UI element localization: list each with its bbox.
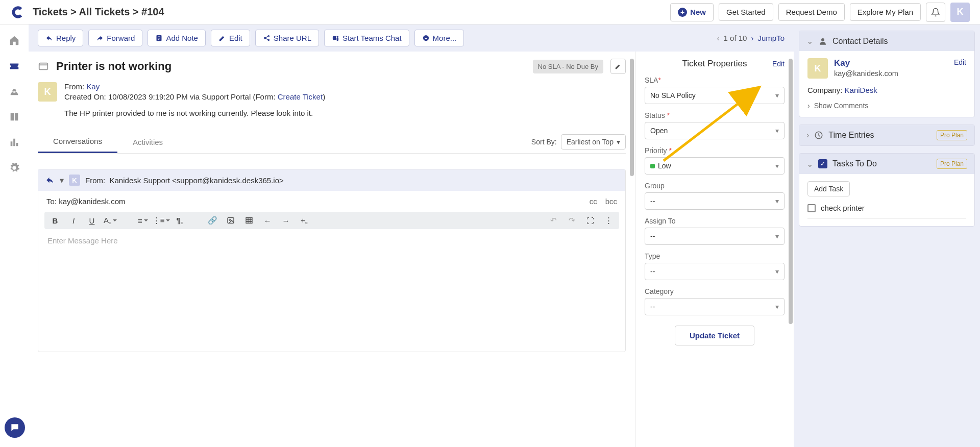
sla-select[interactable]: No SLA Policy▾ (645, 87, 785, 104)
reports-icon[interactable] (9, 137, 20, 148)
chat-widget-button[interactable] (5, 417, 25, 438)
caret-down-icon: ▾ (775, 303, 779, 311)
settings-icon[interactable] (9, 162, 20, 173)
status-select[interactable]: Open▾ (645, 122, 785, 139)
svg-rect-4 (333, 36, 336, 40)
svg-point-5 (336, 36, 338, 38)
paragraph-button[interactable]: ¶꜀ (174, 215, 185, 226)
teams-icon (332, 34, 339, 42)
more-button[interactable]: More... (414, 30, 464, 46)
caret-down-icon: ▾ (775, 127, 779, 135)
sort-select[interactable]: Earliest on Top ▾ (561, 134, 626, 150)
company-link[interactable]: KaniDesk (845, 86, 877, 94)
explore-plan-button[interactable]: Explore My Plan (850, 3, 921, 21)
undo-button[interactable]: ↶ (548, 215, 559, 226)
pro-plan-badge: Pro Plan (937, 159, 967, 169)
bold-button[interactable]: B (50, 215, 61, 226)
share-url-button[interactable]: Share URL (255, 30, 319, 46)
type-select[interactable]: --▾ (645, 263, 785, 280)
from-line: From: Kay (64, 82, 325, 91)
contact-avatar: K (807, 58, 828, 79)
home-icon[interactable] (9, 35, 20, 46)
chat-icon (10, 423, 20, 433)
edit-button[interactable]: Edit (211, 30, 250, 46)
message-editor[interactable]: Enter Message Here (38, 229, 625, 352)
requester-link[interactable]: Kay (86, 82, 100, 91)
unordered-list-button[interactable]: ⋮≡ (156, 215, 167, 226)
requester-avatar: K (38, 82, 57, 102)
bcc-link[interactable]: bcc (605, 197, 617, 206)
expand-icon[interactable]: › (806, 131, 809, 140)
start-teams-button[interactable]: Start Teams Chat (324, 30, 409, 46)
priority-dot-icon (650, 164, 655, 168)
underline-button[interactable]: U (86, 215, 97, 226)
reply-button[interactable]: Reply (38, 30, 83, 46)
pro-plan-badge: Pro Plan (937, 130, 967, 140)
contact-name[interactable]: Kay (834, 58, 898, 68)
caret-down-icon: ▾ (617, 138, 620, 146)
request-demo-button[interactable]: Request Demo (778, 3, 845, 21)
add-note-button[interactable]: Add Note (148, 30, 206, 46)
update-ticket-button[interactable]: Update Ticket (675, 326, 754, 345)
properties-scrollbar[interactable] (789, 59, 793, 380)
get-started-button[interactable]: Get Started (719, 3, 773, 21)
editor-more-button[interactable]: ⋮ (603, 215, 614, 226)
collapse-icon[interactable]: ⌄ (806, 36, 813, 46)
properties-heading: Ticket Properties (682, 59, 747, 69)
properties-edit-link[interactable]: Edit (772, 60, 785, 68)
image-button[interactable] (225, 215, 236, 226)
italic-button[interactable]: I (68, 215, 79, 226)
plus-icon: + (678, 8, 687, 17)
reply-arrow-icon[interactable] (45, 176, 55, 185)
assign-to-select[interactable]: --▾ (645, 228, 785, 245)
collapse-icon[interactable]: ⌄ (806, 159, 813, 169)
add-task-button[interactable]: Add Task (807, 181, 850, 196)
tab-activities[interactable]: Activities (117, 132, 178, 153)
topbar-actions: + New Get Started Request Demo Explore M… (670, 3, 970, 22)
app-logo (10, 5, 26, 20)
checkbox-icon: ✓ (818, 159, 827, 168)
indent-button[interactable]: → (280, 215, 291, 226)
contact-edit-link[interactable]: Edit (954, 58, 966, 79)
fullscreen-button[interactable]: ⛶ (584, 215, 596, 226)
action-bar: Reply Forward Add Note Edit Share URL St… (29, 24, 794, 52)
ordered-list-button[interactable]: ≡ (137, 215, 149, 226)
pager: ‹ 1 of 10 › JumpTo (717, 34, 785, 42)
insert-button[interactable]: +꜀ (299, 215, 310, 226)
font-style-button[interactable]: A꜀ (105, 215, 116, 226)
table-button[interactable] (243, 215, 255, 226)
show-comments-link[interactable]: › Show Comments (807, 102, 966, 110)
time-entries-card: › Time Entries Pro Plan (799, 125, 975, 146)
right-sidebar: ⌄ Contact Details K Kay kay@kanidesk.com… (794, 24, 980, 447)
notifications-button[interactable] (926, 3, 945, 22)
category-select[interactable]: --▾ (645, 298, 785, 315)
pager-next-icon[interactable]: › (751, 34, 753, 42)
person-icon (818, 37, 827, 46)
jump-to-link[interactable]: JumpTo (757, 34, 785, 42)
svg-point-2 (268, 36, 270, 37)
pager-prev-icon[interactable]: ‹ (717, 34, 720, 42)
new-button[interactable]: + New (670, 3, 714, 21)
outdent-button[interactable]: ← (262, 215, 273, 226)
knowledge-icon[interactable] (9, 111, 20, 122)
task-checkbox[interactable] (807, 204, 816, 212)
tab-conversations[interactable]: Conversations (38, 131, 117, 153)
reply-caret-icon[interactable]: ▾ (60, 176, 64, 185)
svg-rect-7 (39, 63, 48, 70)
group-select[interactable]: --▾ (645, 192, 785, 210)
content-scrollbar[interactable] (630, 59, 634, 406)
chevron-right-icon: › (807, 102, 810, 110)
caret-down-icon: ▾ (775, 267, 779, 276)
user-avatar[interactable]: K (950, 3, 970, 22)
priority-select[interactable]: Low▾ (645, 157, 785, 175)
caret-down-icon: ▾ (775, 232, 779, 240)
forward-button[interactable]: Forward (88, 30, 142, 46)
link-button[interactable]: 🔗 (207, 215, 218, 226)
tickets-icon[interactable] (9, 60, 20, 71)
form-link[interactable]: Create Ticket (278, 92, 323, 101)
note-icon (155, 34, 163, 42)
cc-link[interactable]: cc (590, 197, 597, 206)
contacts-icon[interactable] (9, 86, 20, 97)
redo-button[interactable]: ↷ (566, 215, 577, 226)
edit-title-button[interactable] (610, 59, 626, 74)
